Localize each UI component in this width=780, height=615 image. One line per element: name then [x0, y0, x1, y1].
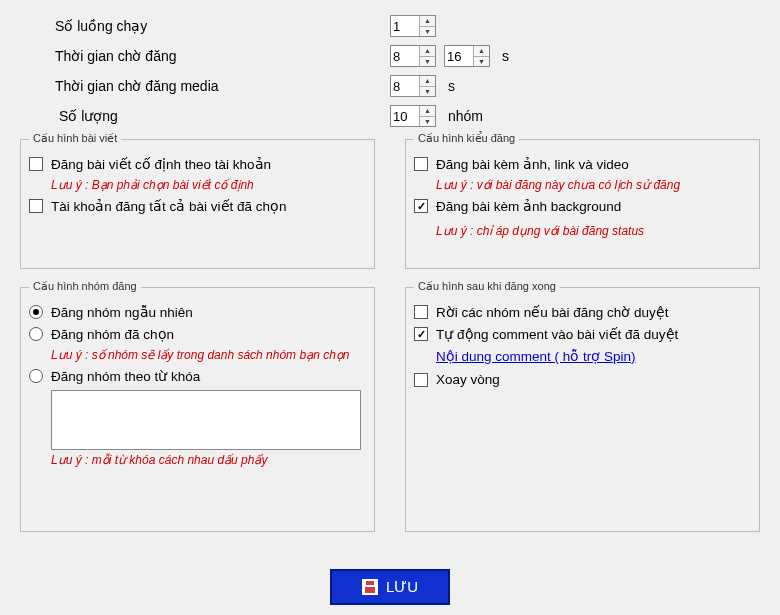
quantity-spinner[interactable]: ▲▼ [390, 105, 436, 127]
wait-post-max-spinner[interactable]: ▲▼ [444, 45, 490, 67]
group-config-legend: Cấu hình nhóm đăng [29, 280, 141, 293]
quantity-label: Số lượng [55, 108, 390, 124]
keyword-group-label: Đăng nhóm theo từ khóa [51, 368, 200, 384]
all-posts-checkbox[interactable] [29, 199, 43, 213]
rotate-label: Xoay vòng [436, 372, 500, 387]
wait-post-max-input[interactable] [445, 46, 473, 66]
after-config-legend: Cấu hình sau khi đăng xong [414, 280, 560, 293]
spinner-up-icon[interactable]: ▲ [420, 76, 435, 87]
media-note: Lưu ý : với bài đăng này chưa có lịch sử… [436, 178, 751, 192]
group-config-fieldset: Cấu hình nhóm đăng Đăng nhóm ngẫu nhiên … [20, 287, 375, 532]
spinner-up-icon[interactable]: ▲ [420, 16, 435, 27]
chosen-group-label: Đăng nhóm đã chọn [51, 326, 174, 342]
all-posts-label: Tài khoản đăng tất cả bài viết đã chọn [51, 198, 287, 214]
post-config-fieldset: Cấu hình bài viết Đăng bài viết cố định … [20, 139, 375, 269]
media-checkbox[interactable] [414, 157, 428, 171]
wait-media-unit: s [448, 78, 455, 94]
fixed-post-label: Đăng bài viết cố định theo tài khoản [51, 156, 271, 172]
bg-note: Lưu ý : chỉ áp dụng với bài đăng status [436, 224, 751, 238]
top-rows: Số luồng chạy ▲▼ Thời gian chờ đăng ▲▼ ▲… [20, 15, 760, 127]
rotate-checkbox[interactable] [414, 373, 428, 387]
save-icon [362, 579, 378, 595]
wait-post-label: Thời gian chờ đăng [55, 48, 390, 64]
wait-media-input[interactable] [391, 76, 419, 96]
spinner-down-icon[interactable]: ▼ [474, 57, 489, 67]
spinner-up-icon[interactable]: ▲ [420, 46, 435, 57]
style-config-legend: Cấu hình kiểu đăng [414, 132, 519, 145]
keyword-note: Lưu ý : mỗi từ khóa cách nhau dấu phẩy [51, 453, 366, 467]
chosen-group-radio[interactable] [29, 327, 43, 341]
auto-comment-label: Tự động comment vào bài viết đã duyệt [436, 326, 678, 342]
media-label: Đăng bài kèm ảnh, link và video [436, 156, 629, 172]
chosen-note: Lưu ý : số nhóm sẽ lấy trong danh sách n… [51, 348, 366, 362]
threads-label: Số luồng chạy [55, 18, 390, 34]
bg-checkbox[interactable] [414, 199, 428, 213]
auto-comment-checkbox[interactable] [414, 327, 428, 341]
fixed-post-checkbox[interactable] [29, 157, 43, 171]
spinner-up-icon[interactable]: ▲ [420, 106, 435, 117]
fixed-post-note: Lưu ý : Bạn phải chọn bài viết cố định [51, 178, 366, 192]
after-config-fieldset: Cấu hình sau khi đăng xong Rời các nhóm … [405, 287, 760, 532]
save-button[interactable]: LƯU [330, 569, 450, 605]
threads-spinner[interactable]: ▲▼ [390, 15, 436, 37]
post-config-legend: Cấu hình bài viết [29, 132, 121, 145]
spinner-down-icon[interactable]: ▼ [420, 117, 435, 127]
wait-post-min-input[interactable] [391, 46, 419, 66]
comment-content-link[interactable]: Nội dung comment ( hỗ trợ Spin) [436, 348, 751, 364]
wait-media-spinner[interactable]: ▲▼ [390, 75, 436, 97]
spinner-up-icon[interactable]: ▲ [474, 46, 489, 57]
wait-post-min-spinner[interactable]: ▲▼ [390, 45, 436, 67]
leave-label: Rời các nhóm nếu bài đăng chờ duyệt [436, 304, 669, 320]
wait-media-label: Thời gian chờ đăng media [55, 78, 390, 94]
spinner-down-icon[interactable]: ▼ [420, 87, 435, 97]
keyword-group-radio[interactable] [29, 369, 43, 383]
random-group-label: Đăng nhóm ngẫu nhiên [51, 304, 193, 320]
spinner-down-icon[interactable]: ▼ [420, 27, 435, 37]
random-group-radio[interactable] [29, 305, 43, 319]
quantity-input[interactable] [391, 106, 419, 126]
threads-input[interactable] [391, 16, 419, 36]
quantity-unit: nhóm [448, 108, 483, 124]
wait-post-unit: s [502, 48, 509, 64]
keyword-textarea[interactable] [51, 390, 361, 450]
bg-label: Đăng bài kèm ảnh background [436, 198, 621, 214]
leave-checkbox[interactable] [414, 305, 428, 319]
style-config-fieldset: Cấu hình kiểu đăng Đăng bài kèm ảnh, lin… [405, 139, 760, 269]
save-button-label: LƯU [386, 578, 418, 596]
spinner-down-icon[interactable]: ▼ [420, 57, 435, 67]
